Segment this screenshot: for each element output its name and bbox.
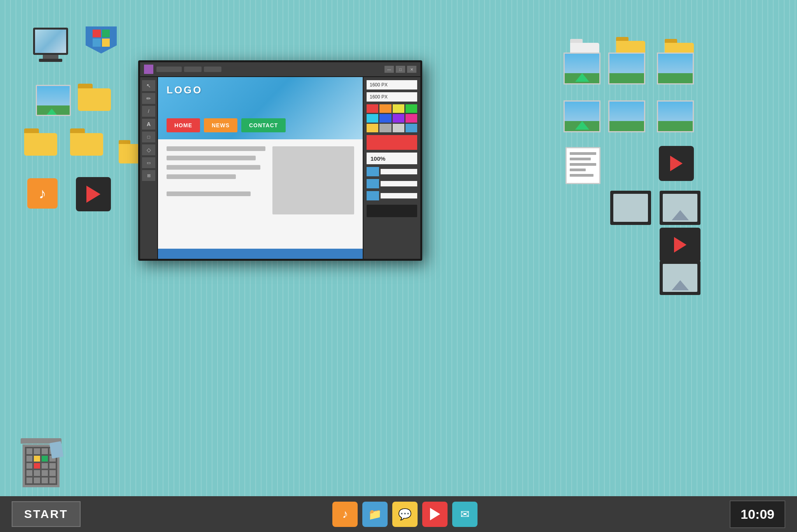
panel-bar-1[interactable] — [381, 169, 417, 174]
website-body — [158, 139, 363, 249]
swatch-1[interactable] — [367, 104, 378, 113]
image-mr2[interactable] — [608, 100, 645, 132]
right-panel: 1600 PX 1600 PX 100% — [363, 77, 420, 259]
left-toolbar: ↖ ✏ / A □ ◇ ▭ ⊞ — [140, 77, 158, 259]
nav-home[interactable]: HOME — [167, 118, 200, 132]
canvas-area: LOGO HOME NEWS CONTACT — [158, 77, 363, 259]
window-titlebar: — □ ✕ — [140, 62, 420, 77]
dimension-width[interactable]: 1600 PX — [367, 80, 417, 90]
website-text-area — [167, 146, 265, 242]
image-tr3[interactable] — [657, 53, 694, 84]
dimension-height[interactable]: 1600 PX — [367, 92, 417, 102]
tool-pen[interactable]: ✏ — [142, 93, 155, 104]
tool-line[interactable]: / — [142, 106, 155, 117]
title-bar-item-2[interactable] — [184, 67, 202, 72]
website-header: LOGO HOME NEWS CONTACT — [158, 77, 363, 139]
taskbar-music-icon[interactable]: ♪ — [332, 502, 358, 527]
image-mr1[interactable] — [564, 100, 600, 132]
swatch-4[interactable] — [406, 104, 417, 113]
monitor-icon[interactable] — [25, 21, 76, 68]
nav-contact[interactable]: CONTACT — [241, 118, 286, 132]
website-logo: LOGO — [167, 84, 354, 96]
document-icon[interactable] — [565, 147, 600, 184]
panel-row-2 — [367, 179, 417, 188]
text-line-2 — [167, 156, 256, 160]
panel-row-1 — [367, 167, 417, 176]
swatch-8[interactable] — [406, 114, 417, 123]
website-preview: LOGO HOME NEWS CONTACT — [158, 77, 363, 259]
swatch-6[interactable] — [379, 114, 391, 123]
gray-frame-2[interactable] — [610, 191, 651, 225]
image-tr1[interactable] — [564, 53, 600, 84]
swatch-10[interactable] — [379, 124, 391, 132]
panel-bar-2[interactable] — [381, 181, 417, 186]
panel-blue-2[interactable] — [367, 179, 379, 188]
panel-blue-1[interactable] — [367, 167, 379, 176]
folder-icon-3[interactable] — [70, 128, 103, 156]
text-line-1 — [167, 146, 265, 151]
youtube-icon-left[interactable] — [76, 177, 111, 211]
maximize-button[interactable]: □ — [396, 66, 405, 73]
title-bar-item-3[interactable] — [204, 67, 221, 72]
clock-display: 10:09 — [730, 500, 785, 528]
image-thumbnail-1[interactable] — [36, 85, 71, 116]
nav-bar: HOME NEWS CONTACT — [167, 118, 286, 132]
color-swatches — [367, 104, 417, 132]
taskbar: START ♪ 📁 💬 ✉ 10:09 — [0, 496, 797, 532]
taskbar-mail-icon[interactable]: ✉ — [452, 502, 477, 527]
active-color-red[interactable] — [367, 135, 417, 150]
tool-extra[interactable]: ⊞ — [142, 170, 155, 181]
app-window: — □ ✕ ↖ ✏ / A □ ◇ ▭ ⊞ LOGO — [138, 60, 422, 261]
tool-eraser[interactable]: ▭ — [142, 157, 155, 168]
swatch-5[interactable] — [367, 114, 378, 123]
folder-icon-2[interactable] — [24, 128, 57, 156]
youtube-icon-br[interactable] — [660, 228, 700, 262]
text-line-5 — [167, 191, 251, 196]
swatch-3[interactable] — [393, 104, 404, 113]
panel-dark-btn[interactable] — [367, 205, 417, 217]
panel-blue-3[interactable] — [367, 191, 379, 200]
panel-row-3 — [367, 191, 417, 200]
website-footer — [158, 249, 363, 259]
tool-rect[interactable]: □ — [142, 132, 155, 142]
youtube-icon-right[interactable] — [659, 146, 694, 181]
swatch-2[interactable] — [379, 104, 391, 113]
close-button[interactable]: ✕ — [407, 66, 416, 73]
image-tr2[interactable] — [608, 53, 645, 84]
taskbar-chat-icon[interactable]: 💬 — [392, 502, 418, 527]
start-button[interactable]: START — [12, 501, 81, 527]
taskbar-files-icon[interactable]: 📁 — [362, 502, 388, 527]
gray-frame-bottom[interactable] — [660, 261, 700, 295]
folder-icon-1[interactable] — [78, 84, 111, 111]
text-line-4 — [167, 174, 236, 179]
taskbar-play-icon[interactable] — [422, 502, 448, 527]
tool-text[interactable]: A — [142, 119, 155, 130]
website-image-placeholder — [272, 146, 354, 214]
zoom-field[interactable]: 100% — [367, 153, 417, 164]
tool-diamond[interactable]: ◇ — [142, 144, 155, 155]
tool-select[interactable]: ↖ — [142, 80, 155, 91]
minimize-button[interactable]: — — [384, 66, 394, 73]
nav-news[interactable]: NEWS — [204, 118, 237, 132]
swatch-12[interactable] — [406, 124, 417, 132]
windows-shield-icon[interactable] — [80, 19, 123, 66]
music-icon[interactable]: ♪ — [27, 178, 58, 209]
gray-frame-1[interactable] — [660, 191, 700, 225]
recycle-bin[interactable] — [18, 438, 64, 487]
image-mr3[interactable] — [657, 100, 694, 132]
panel-bar-3[interactable] — [381, 193, 417, 198]
taskbar-icons: ♪ 📁 💬 ✉ — [332, 502, 477, 527]
swatch-7[interactable] — [393, 114, 404, 123]
app-logo-square — [144, 65, 153, 74]
swatch-11[interactable] — [393, 124, 404, 132]
swatch-9[interactable] — [367, 124, 378, 132]
text-line-3 — [167, 165, 260, 170]
title-bar-item-1[interactable] — [156, 67, 182, 72]
